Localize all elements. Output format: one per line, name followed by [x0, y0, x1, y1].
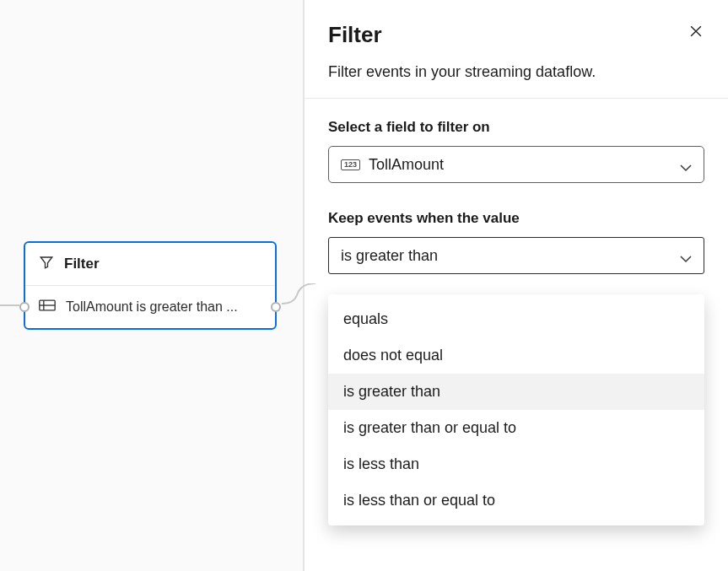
panel-body: Select a field to filter on 123 TollAmou… — [305, 99, 728, 294]
dropdown-item[interactable]: does not equal — [328, 337, 704, 374]
condition-dropdown: equalsdoes not equalis greater thanis gr… — [328, 294, 704, 525]
node-summary: TollAmount is greater than ... — [66, 299, 238, 315]
filter-node[interactable]: Filter TollAmount is greater than ... — [24, 241, 277, 330]
node-title: Filter — [64, 256, 100, 272]
dropdown-item[interactable]: is greater than — [328, 374, 704, 410]
node-body: TollAmount is greater than ... — [25, 286, 275, 328]
dropdown-item[interactable]: is greater than or equal to — [328, 410, 704, 446]
condition-label: Keep events when the value — [328, 210, 704, 227]
condition-select-value: is greater than — [341, 247, 680, 265]
panel-header: Filter Filter events in your streaming d… — [305, 0, 728, 99]
chevron-down-icon — [680, 251, 692, 260]
panel-title: Filter — [328, 22, 704, 48]
dropdown-item[interactable]: is less than or equal to — [328, 482, 704, 519]
field-row-icon — [39, 299, 56, 315]
panel-description: Filter events in your streaming dataflow… — [328, 63, 704, 81]
field-select-value: TollAmount — [369, 156, 680, 174]
chevron-down-icon — [680, 160, 692, 169]
edge-left — [0, 304, 19, 306]
field-select[interactable]: 123 TollAmount — [328, 146, 704, 183]
node-header: Filter — [25, 243, 275, 286]
dropdown-item[interactable]: equals — [328, 301, 704, 337]
flow-canvas[interactable]: Filter TollAmount is greater than ... — [0, 0, 304, 571]
condition-select[interactable]: is greater than — [328, 237, 704, 274]
funnel-icon — [39, 255, 54, 273]
close-button[interactable] — [684, 20, 708, 44]
close-icon — [688, 23, 704, 42]
filter-panel: Filter Filter events in your streaming d… — [304, 0, 728, 571]
input-port[interactable] — [19, 302, 30, 312]
output-port[interactable] — [271, 302, 281, 312]
number-type-icon: 123 — [341, 159, 360, 170]
dropdown-item[interactable]: is less than — [328, 446, 704, 482]
field-label: Select a field to filter on — [328, 119, 704, 136]
